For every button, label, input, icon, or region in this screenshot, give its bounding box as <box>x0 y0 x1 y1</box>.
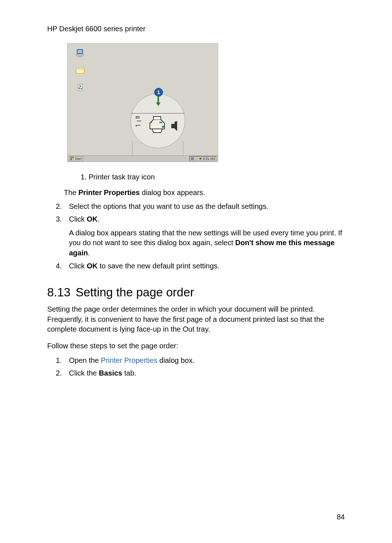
text-fragment: . <box>98 215 100 223</box>
callout-number-badge: 1 <box>154 88 163 97</box>
desktop-screenshot-figure: 1 Start <box>67 43 218 162</box>
step-item: Click the Basics tab. <box>64 368 345 378</box>
my-computer-icon <box>75 49 86 59</box>
text-fragment: Click the <box>69 369 99 377</box>
speaker-tray-icon <box>169 119 180 135</box>
svg-rect-2 <box>76 54 83 56</box>
section-lead: Follow these steps to set the page order… <box>47 341 345 351</box>
figure-caption: 1. Printer task tray icon <box>81 173 345 181</box>
callout-arrow-icon <box>158 96 159 102</box>
windows-logo-icon <box>70 157 74 161</box>
magnifier-guide-line <box>132 141 132 156</box>
svg-rect-10 <box>72 157 74 158</box>
step-item: Click OK. A dialog box appears stating t… <box>64 214 345 258</box>
svg-rect-12 <box>72 159 74 160</box>
text-bold: Basics <box>99 369 122 377</box>
text-fragment: Click <box>69 262 87 270</box>
start-button: Start <box>69 156 83 161</box>
caption-text: Printer task tray icon <box>89 173 155 181</box>
text-fragment: dialog box appears. <box>140 189 205 196</box>
steps-list-a: Select the options that you want to use … <box>53 202 345 271</box>
step-item: Open the Printer Properties dialog box. <box>64 356 345 366</box>
page-number: 84 <box>337 513 345 521</box>
tray-printer-mini-icon <box>195 157 198 160</box>
text-fragment: . <box>88 249 90 257</box>
text-fragment: Open the <box>69 356 101 364</box>
svg-point-4 <box>81 88 82 89</box>
text-fragment: tab. <box>122 369 136 377</box>
printer-properties-note: The Printer Properties dialog box appear… <box>64 188 345 198</box>
section-heading: 8.13Setting the page order <box>47 285 345 299</box>
recycle-bin-icon <box>75 82 86 92</box>
svg-point-6 <box>162 126 164 128</box>
svg-rect-1 <box>78 50 82 53</box>
page-header: HP Deskjet 6600 series printer <box>47 25 345 33</box>
svg-point-8 <box>175 121 177 123</box>
tray-expand-icon <box>135 115 145 131</box>
steps-list-b: Open the Printer Properties dialog box. … <box>53 356 345 378</box>
svg-rect-13 <box>191 157 194 160</box>
svg-rect-14 <box>195 157 198 160</box>
step-item: Click OK to save the new default print s… <box>64 261 345 271</box>
text-fragment: Click <box>69 215 87 223</box>
tray-icon <box>191 157 194 160</box>
windows-taskbar: Start 9:31 AM <box>68 155 218 162</box>
document-page: HP Deskjet 6600 series printer <box>0 0 392 543</box>
printer-tray-icon <box>146 116 167 135</box>
text-fragment: dialog box. <box>157 356 194 364</box>
magnifier-guide-line <box>183 141 183 156</box>
caption-number: 1. <box>81 173 87 181</box>
figure-container: 1 Start <box>67 43 345 162</box>
link-text[interactable]: Printer Properties <box>101 356 158 364</box>
text-bold: OK <box>87 215 98 223</box>
step-substep: A dialog box appears stating that the ne… <box>69 228 345 258</box>
section-paragraph: Setting the page order determines the or… <box>47 304 345 335</box>
text-fragment: The <box>64 189 78 196</box>
svg-point-7 <box>151 122 152 123</box>
taskbar-clock: 9:31 AM <box>203 157 215 161</box>
folder-icon <box>75 65 86 76</box>
section-title: Setting the page order <box>75 285 194 299</box>
tray-speaker-mini-icon <box>199 157 202 160</box>
svg-rect-3 <box>78 56 81 57</box>
text-bold: OK <box>87 262 98 270</box>
text-fragment: to save the new default print settings. <box>98 262 220 270</box>
step-text: Select the options that you want to use … <box>69 202 268 210</box>
text-bold: Printer Properties <box>78 189 140 196</box>
svg-rect-11 <box>70 159 72 160</box>
svg-rect-9 <box>70 157 72 158</box>
svg-rect-5 <box>159 122 162 123</box>
system-tray: 9:31 AM <box>189 156 216 161</box>
start-button-label: Start <box>75 157 82 161</box>
taskbar-edge-line <box>131 113 185 114</box>
section-number: 8.13 <box>47 285 70 299</box>
step-item: Select the options that you want to use … <box>64 202 345 212</box>
